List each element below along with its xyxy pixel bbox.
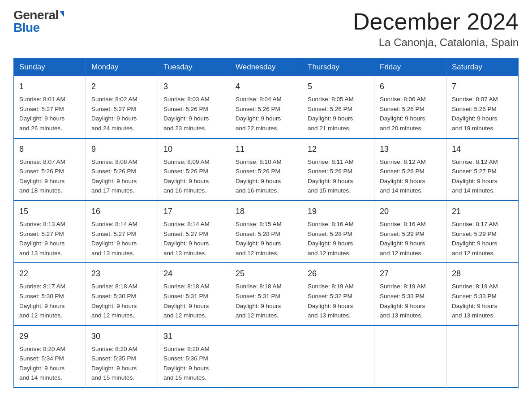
day-info: Sunrise: 8:07 AMSunset: 5:26 PMDaylight:… <box>452 94 513 133</box>
day-info: Sunrise: 8:03 AMSunset: 5:26 PMDaylight:… <box>163 94 224 133</box>
calendar-cell: 14Sunrise: 8:12 AMSunset: 5:27 PMDayligh… <box>446 138 519 201</box>
weekday-header-saturday: Saturday <box>446 58 519 77</box>
day-number: 5 <box>308 81 369 93</box>
weekday-header-friday: Friday <box>374 58 446 77</box>
day-number: 25 <box>236 268 296 280</box>
day-info: Sunrise: 8:14 AMSunset: 5:27 PMDaylight:… <box>91 219 152 258</box>
day-number: 17 <box>163 206 224 218</box>
day-info: Sunrise: 8:06 AMSunset: 5:26 PMDaylight:… <box>380 94 441 133</box>
calendar-cell: 5Sunrise: 8:05 AMSunset: 5:26 PMDaylight… <box>302 76 374 138</box>
calendar-cell <box>302 325 374 388</box>
day-info: Sunrise: 8:09 AMSunset: 5:26 PMDaylight:… <box>163 157 224 196</box>
day-info: Sunrise: 8:18 AMSunset: 5:31 PMDaylight:… <box>163 282 224 320</box>
weekday-header-row: SundayMondayTuesdayWednesdayThursdayFrid… <box>14 58 519 77</box>
day-info: Sunrise: 8:08 AMSunset: 5:26 PMDaylight:… <box>91 157 152 196</box>
calendar-cell: 4Sunrise: 8:04 AMSunset: 5:26 PMDaylight… <box>230 76 302 138</box>
day-info: Sunrise: 8:15 AMSunset: 5:28 PMDaylight:… <box>236 219 296 258</box>
day-info: Sunrise: 8:02 AMSunset: 5:27 PMDaylight:… <box>91 94 152 133</box>
calendar-cell: 31Sunrise: 8:20 AMSunset: 5:36 PMDayligh… <box>158 325 230 388</box>
day-info: Sunrise: 8:10 AMSunset: 5:26 PMDaylight:… <box>236 157 296 196</box>
day-info: Sunrise: 8:04 AMSunset: 5:26 PMDaylight:… <box>236 94 296 133</box>
calendar-cell: 21Sunrise: 8:17 AMSunset: 5:29 PMDayligh… <box>446 201 519 263</box>
calendar-cell: 27Sunrise: 8:19 AMSunset: 5:33 PMDayligh… <box>374 263 446 325</box>
page-header: General Blue December 2024 La Canonja, C… <box>13 9 519 49</box>
calendar-cell: 12Sunrise: 8:11 AMSunset: 5:26 PMDayligh… <box>302 138 374 201</box>
title-block: December 2024 La Canonja, Catalonia, Spa… <box>353 9 519 49</box>
calendar-cell: 28Sunrise: 8:19 AMSunset: 5:33 PMDayligh… <box>446 263 519 325</box>
calendar-week-row: 29Sunrise: 8:20 AMSunset: 5:34 PMDayligh… <box>14 325 519 388</box>
calendar-cell: 26Sunrise: 8:19 AMSunset: 5:32 PMDayligh… <box>302 263 374 325</box>
day-info: Sunrise: 8:16 AMSunset: 5:28 PMDaylight:… <box>308 219 369 258</box>
day-number: 6 <box>380 81 441 93</box>
day-info: Sunrise: 8:16 AMSunset: 5:29 PMDaylight:… <box>380 219 441 258</box>
day-number: 9 <box>91 143 152 155</box>
calendar-cell: 22Sunrise: 8:17 AMSunset: 5:30 PMDayligh… <box>14 263 86 325</box>
calendar-cell: 13Sunrise: 8:12 AMSunset: 5:26 PMDayligh… <box>374 138 446 201</box>
day-number: 15 <box>19 206 80 218</box>
calendar-cell: 7Sunrise: 8:07 AMSunset: 5:26 PMDaylight… <box>446 76 519 138</box>
calendar-cell: 23Sunrise: 8:18 AMSunset: 5:30 PMDayligh… <box>86 263 158 325</box>
calendar-cell: 15Sunrise: 8:13 AMSunset: 5:27 PMDayligh… <box>14 201 86 263</box>
calendar-week-row: 1Sunrise: 8:01 AMSunset: 5:27 PMDaylight… <box>14 76 519 138</box>
day-number: 14 <box>452 143 513 155</box>
day-info: Sunrise: 8:20 AMSunset: 5:36 PMDaylight:… <box>163 344 224 383</box>
day-info: Sunrise: 8:12 AMSunset: 5:26 PMDaylight:… <box>380 157 441 196</box>
weekday-header-wednesday: Wednesday <box>230 58 302 77</box>
day-number: 10 <box>163 143 224 155</box>
calendar-cell: 10Sunrise: 8:09 AMSunset: 5:26 PMDayligh… <box>158 138 230 201</box>
weekday-header-monday: Monday <box>86 58 158 77</box>
calendar-cell: 17Sunrise: 8:14 AMSunset: 5:27 PMDayligh… <box>158 201 230 263</box>
day-number: 23 <box>91 268 152 280</box>
day-number: 24 <box>163 268 224 280</box>
calendar-cell: 1Sunrise: 8:01 AMSunset: 5:27 PMDaylight… <box>14 76 86 138</box>
day-number: 11 <box>236 143 296 155</box>
day-number: 13 <box>380 143 441 155</box>
calendar-cell: 18Sunrise: 8:15 AMSunset: 5:28 PMDayligh… <box>230 201 302 263</box>
weekday-header-thursday: Thursday <box>302 58 374 77</box>
calendar-cell: 3Sunrise: 8:03 AMSunset: 5:26 PMDaylight… <box>158 76 230 138</box>
logo-blue: Blue <box>13 21 64 34</box>
calendar-cell <box>230 325 302 388</box>
day-number: 30 <box>91 330 152 342</box>
day-info: Sunrise: 8:20 AMSunset: 5:35 PMDaylight:… <box>91 344 152 383</box>
calendar-cell: 29Sunrise: 8:20 AMSunset: 5:34 PMDayligh… <box>14 325 86 388</box>
calendar-title: December 2024 <box>353 9 519 34</box>
logo: General Blue <box>13 9 64 34</box>
calendar-cell <box>374 325 446 388</box>
day-number: 12 <box>308 143 369 155</box>
calendar-cell: 9Sunrise: 8:08 AMSunset: 5:26 PMDaylight… <box>86 138 158 201</box>
calendar-cell: 19Sunrise: 8:16 AMSunset: 5:28 PMDayligh… <box>302 201 374 263</box>
logo-triangle-icon <box>60 11 64 17</box>
day-info: Sunrise: 8:17 AMSunset: 5:30 PMDaylight:… <box>19 282 80 320</box>
day-info: Sunrise: 8:17 AMSunset: 5:29 PMDaylight:… <box>452 219 513 258</box>
day-number: 19 <box>308 206 369 218</box>
day-number: 8 <box>19 143 80 155</box>
day-number: 2 <box>91 81 152 93</box>
calendar-cell: 16Sunrise: 8:14 AMSunset: 5:27 PMDayligh… <box>86 201 158 263</box>
logo-general: General <box>13 9 59 21</box>
calendar-cell: 8Sunrise: 8:07 AMSunset: 5:26 PMDaylight… <box>14 138 86 201</box>
calendar-cell: 30Sunrise: 8:20 AMSunset: 5:35 PMDayligh… <box>86 325 158 388</box>
day-info: Sunrise: 8:07 AMSunset: 5:26 PMDaylight:… <box>19 157 80 196</box>
day-number: 27 <box>380 268 441 280</box>
day-number: 28 <box>452 268 513 280</box>
day-number: 3 <box>163 81 224 93</box>
calendar-cell: 24Sunrise: 8:18 AMSunset: 5:31 PMDayligh… <box>158 263 230 325</box>
calendar-cell: 2Sunrise: 8:02 AMSunset: 5:27 PMDaylight… <box>86 76 158 138</box>
day-info: Sunrise: 8:12 AMSunset: 5:27 PMDaylight:… <box>452 157 513 196</box>
day-number: 16 <box>91 206 152 218</box>
day-info: Sunrise: 8:11 AMSunset: 5:26 PMDaylight:… <box>308 157 369 196</box>
day-number: 26 <box>308 268 369 280</box>
day-number: 7 <box>452 81 513 93</box>
day-number: 18 <box>236 206 296 218</box>
day-number: 21 <box>452 206 513 218</box>
calendar-cell: 25Sunrise: 8:18 AMSunset: 5:31 PMDayligh… <box>230 263 302 325</box>
day-info: Sunrise: 8:14 AMSunset: 5:27 PMDaylight:… <box>163 219 224 258</box>
weekday-header-sunday: Sunday <box>14 58 86 77</box>
day-number: 1 <box>19 81 80 93</box>
calendar-cell: 6Sunrise: 8:06 AMSunset: 5:26 PMDaylight… <box>374 76 446 138</box>
day-info: Sunrise: 8:18 AMSunset: 5:30 PMDaylight:… <box>91 282 152 320</box>
day-number: 31 <box>163 330 224 342</box>
day-info: Sunrise: 8:01 AMSunset: 5:27 PMDaylight:… <box>19 94 80 133</box>
day-number: 29 <box>19 330 80 342</box>
